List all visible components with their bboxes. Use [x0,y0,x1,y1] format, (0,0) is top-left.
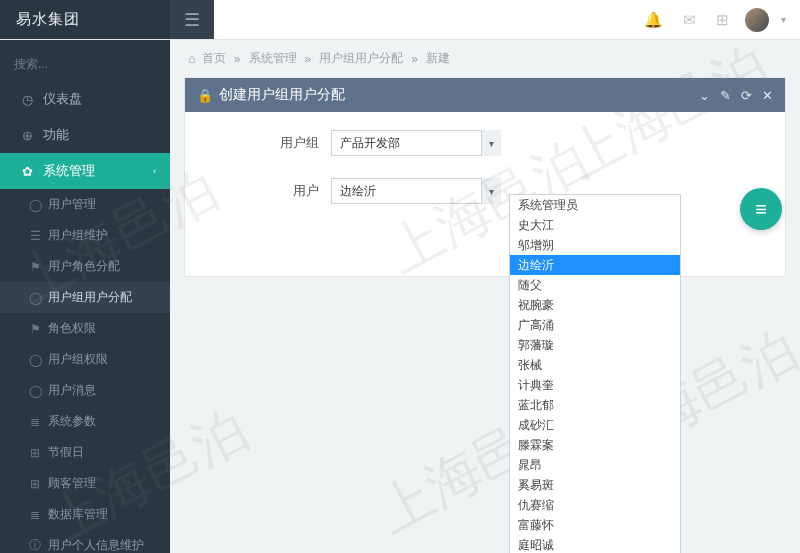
sidebar-sub-label: 节假日 [48,444,84,461]
menu-icon: ≣ [26,415,44,429]
dropdown-option[interactable]: 史大江 [510,215,680,235]
dropdown-option[interactable]: 蓝北郁 [510,395,680,415]
panel-header: 🔒 创建用户组用户分配 ⌄ ✎ ⟳ ✕ [185,78,785,112]
breadcrumb-sep: » [305,52,312,66]
menu-icon: ◯ [26,291,44,305]
select-group[interactable]: 产品开发部 ▾ [331,130,501,156]
panel-title: 创建用户组用户分配 [219,86,345,104]
dropdown-option[interactable]: 成砂汇 [510,415,680,435]
dropdown-option[interactable]: 邬增朔 [510,235,680,255]
fab-menu-button[interactable]: ≡ [740,188,782,230]
panel: 🔒 创建用户组用户分配 ⌄ ✎ ⟳ ✕ 用户组 产品开发部 ▾ 用户 边绘沂 [184,77,786,277]
dropdown-option[interactable]: 庭昭诚 [510,535,680,553]
menu-icon: ⊞ [26,446,44,460]
user-dropdown[interactable]: 系统管理员史大江邬增朔边绘沂随父祝腕豪广高涌郭藩璇张械计典奎蓝北郁成砂汇滕霖案晁… [509,194,681,553]
breadcrumb-sep: » [411,52,418,66]
sidebar-item-dashboard[interactable]: ◷ 仪表盘 [0,81,170,117]
label-user: 用户 [213,182,331,200]
menu-icon: ⚑ [26,322,44,336]
main: ⌂ 首页 » 系统管理 » 用户组用户分配 » 新建 🔒 创建用户组用户分配 ⌄… [170,40,800,553]
sidebar-sub-item[interactable]: ⓘ用户个人信息维护 [0,530,170,553]
dropdown-option[interactable]: 仇赛缩 [510,495,680,515]
select-user-value: 边绘沂 [331,178,501,204]
menu-icon: ⚑ [26,260,44,274]
hamburger-icon: ≡ [755,198,767,221]
bell-icon[interactable]: 🔔 [640,7,667,33]
dropdown-option[interactable]: 晁昂 [510,455,680,475]
label-group: 用户组 [213,134,331,152]
sidebar-sub-label: 用户个人信息维护 [48,537,144,553]
dropdown-option[interactable]: 广高涌 [510,315,680,335]
menu-icon: ◯ [26,353,44,367]
sidebar-sub-item[interactable]: ⚑用户角色分配 [0,251,170,282]
chevron-down-icon[interactable]: ▾ [481,130,501,156]
select-user[interactable]: 边绘沂 ▾ [331,178,501,204]
menu-icon: ⊞ [26,477,44,491]
sidebar-sub-item[interactable]: ◯用户组权限 [0,344,170,375]
sidebar-sub-label: 用户角色分配 [48,258,120,275]
close-icon[interactable]: ✕ [762,88,773,103]
sidebar-sub-item[interactable]: ☰用户组维护 [0,220,170,251]
dropdown-option[interactable]: 滕霖案 [510,435,680,455]
menu-icon: ⓘ [26,537,44,553]
brand-text: 易水集团 [16,10,80,29]
dropdown-option[interactable]: 祝腕豪 [510,295,680,315]
sidebar-sub-item[interactable]: ◯用户组用户分配 [0,282,170,313]
sidebar-item-label: 仪表盘 [43,90,82,108]
settings-icon[interactable]: ✎ [720,88,731,103]
mail-icon[interactable]: ✉ [679,7,700,33]
dropdown-option[interactable]: 计典奎 [510,375,680,395]
sidebar-sub-label: 数据库管理 [48,506,108,523]
breadcrumb-b[interactable]: 用户组用户分配 [319,50,403,67]
refresh-icon[interactable]: ⟳ [741,88,752,103]
form-row-group: 用户组 产品开发部 ▾ [213,130,757,156]
menu-icon: ◯ [26,384,44,398]
sidebar-sub-item[interactable]: ⚑角色权限 [0,313,170,344]
chevron-down-icon[interactable]: ▾ [481,178,501,204]
sidebar-sub-item[interactable]: ≣系统参数 [0,406,170,437]
hamburger-icon: ☰ [184,9,200,31]
sidebar-sub-label: 用户组权限 [48,351,108,368]
breadcrumb-a[interactable]: 系统管理 [249,50,297,67]
lock-icon: 🔒 [197,88,213,103]
menu-toggle-button[interactable]: ☰ [170,0,214,39]
sidebar-sub-label: 用户消息 [48,382,96,399]
sidebar-sub-item[interactable]: ◯用户管理 [0,189,170,220]
menu-icon: ≣ [26,508,44,522]
search-input[interactable] [14,57,164,71]
sidebar-item-label: 系统管理 [43,162,95,180]
chevron-left-icon: ‹ [153,166,156,176]
collapse-icon[interactable]: ⌄ [699,88,710,103]
dropdown-option[interactable]: 奚易斑 [510,475,680,495]
sidebar-sub-item[interactable]: ◯用户消息 [0,375,170,406]
sidebar-sub-label: 用户管理 [48,196,96,213]
sidebar-item-features[interactable]: ⊕ 功能 [0,117,170,153]
dropdown-option[interactable]: 系统管理员 [510,195,680,215]
dropdown-option[interactable]: 郭藩璇 [510,335,680,355]
sidebar-sub-label: 用户组维护 [48,227,108,244]
dropdown-option[interactable]: 张械 [510,355,680,375]
sidebar-sub-label: 顾客管理 [48,475,96,492]
dropdown-option[interactable]: 随父 [510,275,680,295]
navbar: 易水集团 ☰ 🔔 ✉ ⊞ ▾ [0,0,800,40]
gears-icon: ✿ [17,164,37,179]
sidebar-sub-item[interactable]: ≣数据库管理 [0,499,170,530]
brand: 易水集团 [0,0,170,39]
breadcrumb-sep: » [234,52,241,66]
chevron-down-icon[interactable]: ▾ [781,14,786,25]
dropdown-option[interactable]: 富藤怀 [510,515,680,535]
dropdown-option[interactable]: 边绘沂 [510,255,680,275]
sidebar-sub-label: 系统参数 [48,413,96,430]
breadcrumb-home[interactable]: 首页 [202,50,226,67]
sidebar-sub-item[interactable]: ⊞节假日 [0,437,170,468]
sidebar-search[interactable]: 🔍 [0,40,170,81]
home-icon[interactable]: ⌂ [188,51,196,66]
avatar[interactable] [745,8,769,32]
sidebar-sub-item[interactable]: ⊞顾客管理 [0,468,170,499]
sidebar-item-system[interactable]: ✿ 系统管理 ‹ [0,153,170,189]
sidebar-sub-label: 用户组用户分配 [48,289,132,306]
sidebar: 🔍 ◷ 仪表盘 ⊕ 功能 ✿ 系统管理 ‹ ◯用户管理☰用户组维护⚑用户角色分配… [0,40,170,553]
calendar-icon[interactable]: ⊞ [712,7,733,33]
globe-icon: ⊕ [17,128,37,143]
menu-icon: ☰ [26,229,44,243]
